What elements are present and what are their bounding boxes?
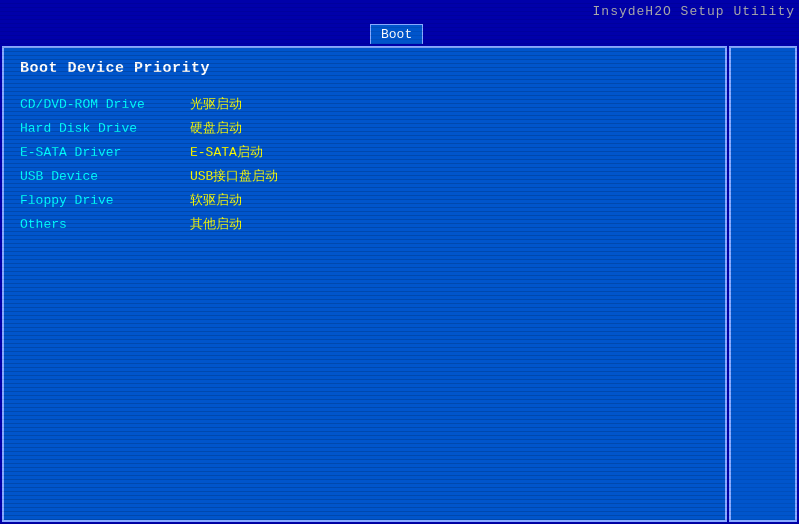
- device-table: CD/DVD-ROM Drive光驱启动Hard Disk Drive硬盘启动E…: [20, 95, 709, 233]
- main-area: Boot Device Priority CD/DVD-ROM Drive光驱启…: [0, 44, 799, 524]
- device-desc: 硬盘启动: [190, 119, 242, 137]
- device-name: Floppy Drive: [20, 193, 190, 208]
- app-title: InsydeH2O Setup Utility: [593, 4, 795, 19]
- device-row[interactable]: Floppy Drive软驱启动: [20, 191, 709, 209]
- device-desc: 软驱启动: [190, 191, 242, 209]
- device-name: USB Device: [20, 169, 190, 184]
- device-row[interactable]: Hard Disk Drive硬盘启动: [20, 119, 709, 137]
- tab-boot[interactable]: Boot: [370, 24, 423, 44]
- device-desc: USB接口盘启动: [190, 167, 278, 185]
- device-name: Hard Disk Drive: [20, 121, 190, 136]
- device-row[interactable]: Others其他启动: [20, 215, 709, 233]
- section-title: Boot Device Priority: [20, 60, 709, 77]
- device-row[interactable]: USB DeviceUSB接口盘启动: [20, 167, 709, 185]
- device-row[interactable]: CD/DVD-ROM Drive光驱启动: [20, 95, 709, 113]
- right-panel: [729, 46, 797, 522]
- tab-bar: Boot: [0, 22, 799, 44]
- left-panel: Boot Device Priority CD/DVD-ROM Drive光驱启…: [2, 46, 727, 522]
- top-bar: InsydeH2O Setup Utility: [0, 0, 799, 22]
- device-name: Others: [20, 217, 190, 232]
- device-name: CD/DVD-ROM Drive: [20, 97, 190, 112]
- device-desc: 其他启动: [190, 215, 242, 233]
- device-desc: E-SATA启动: [190, 143, 263, 161]
- device-desc: 光驱启动: [190, 95, 242, 113]
- device-row[interactable]: E-SATA DriverE-SATA启动: [20, 143, 709, 161]
- device-name: E-SATA Driver: [20, 145, 190, 160]
